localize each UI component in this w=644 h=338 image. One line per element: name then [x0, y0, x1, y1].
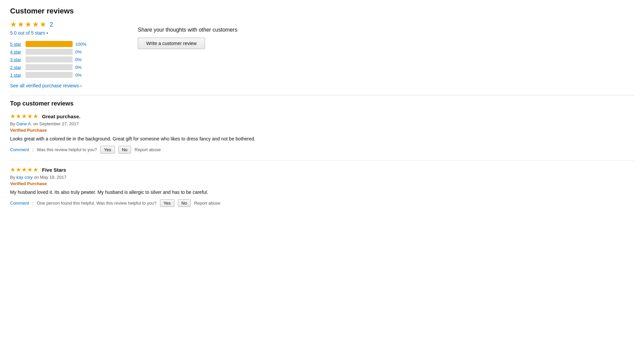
reviews-list: ★★★★★ Great purchase. By Dane A. on Sept…	[10, 113, 634, 207]
bar-pct-3: 0%	[75, 57, 87, 62]
helpful-no-button-0[interactable]: No	[118, 146, 131, 154]
review-body-1: My husband loved it. Its also truly pewt…	[10, 189, 634, 196]
report-abuse-link-1[interactable]: Report abuse	[194, 201, 220, 206]
star-label-2[interactable]: 2 star	[10, 65, 23, 70]
review-stars-0: ★★★★★	[10, 113, 39, 120]
star-label-3[interactable]: 3 star	[10, 57, 23, 62]
star-label-5[interactable]: 5 star	[10, 42, 23, 47]
comment-link-0[interactable]: Comment	[10, 147, 29, 152]
bar-pct-4: 0%	[75, 49, 87, 54]
bar-pct-2: 0%	[75, 65, 87, 70]
bar-bg-1	[26, 72, 73, 78]
report-abuse-link-0[interactable]: Report abuse	[134, 147, 161, 152]
avg-rating-text: 5.0 out of 5 stars	[10, 30, 45, 36]
avg-rating-dropdown-arrow: ▾	[46, 31, 48, 35]
rating-summary: ★★★★★ 2 5.0 out of 5 stars ▾ 5 star 100%…	[10, 20, 634, 88]
share-thoughts-panel: Share your thoughts with other customers…	[138, 20, 237, 49]
review-item-1: ★★★★★ Five Stars By kay cory on May 18, …	[10, 166, 634, 207]
review-title-1: Five Stars	[42, 167, 66, 173]
reviewer-name-1[interactable]: kay cory	[16, 175, 33, 180]
review-stars-title-1: ★★★★★ Five Stars	[10, 166, 634, 173]
verified-purchase-0: Verified Purchase	[10, 128, 634, 133]
review-count-link[interactable]: 2	[50, 21, 53, 28]
avg-rating-link[interactable]: 5.0 out of 5 stars ▾	[10, 30, 118, 36]
star-label-1[interactable]: 1 star	[10, 73, 23, 78]
bar-fill-5	[26, 41, 73, 47]
review-item-0: ★★★★★ Great purchase. By Dane A. on Sept…	[10, 113, 634, 154]
bar-bg-4	[26, 49, 73, 55]
star-breakdown: 5 star 100% 4 star 0% 3 star 0% 2 star 0…	[10, 41, 118, 78]
review-date-1: on May 18, 2017	[34, 175, 67, 180]
review-meta-0: By Dane A. on September 27, 2017	[10, 121, 634, 126]
top-reviews-title: Top customer reviews	[10, 95, 634, 107]
stars-count-row: ★★★★★ 2	[10, 20, 118, 29]
review-date-0: on September 27, 2017	[33, 121, 79, 126]
comment-link-1[interactable]: Comment	[10, 201, 29, 206]
helpful-no-button-1[interactable]: No	[178, 199, 191, 207]
review-title-0: Great purchase.	[42, 114, 80, 119]
share-thoughts-heading: Share your thoughts with other customers	[138, 27, 237, 33]
bar-pct-5: 100%	[75, 42, 87, 47]
helpful-yes-button-0[interactable]: Yes	[100, 146, 115, 154]
reviewer-name-0[interactable]: Dane A.	[16, 121, 32, 126]
bar-pct-1: 0%	[75, 73, 87, 78]
star-row-2: 2 star 0%	[10, 64, 118, 70]
left-rating-panel: ★★★★★ 2 5.0 out of 5 stars ▾ 5 star 100%…	[10, 20, 118, 88]
bar-bg-5	[26, 41, 73, 47]
overall-stars: ★★★★★	[10, 20, 47, 29]
divider-pipe-0: |	[32, 147, 33, 152]
star-label-4[interactable]: 4 star	[10, 49, 23, 54]
star-row-4: 4 star 0%	[10, 49, 118, 55]
see-verified-link[interactable]: See all verified purchase reviews ›	[10, 83, 82, 88]
divider-pipe-1: |	[32, 201, 33, 206]
review-meta-1: By kay cory on May 18, 2017	[10, 175, 634, 180]
bar-bg-3	[26, 56, 73, 62]
star-row-5: 5 star 100%	[10, 41, 118, 47]
star-row-3: 3 star 0%	[10, 56, 118, 62]
star-row-1: 1 star 0%	[10, 72, 118, 78]
review-actions-1: Comment | One person found this helpful.…	[10, 199, 634, 207]
page-title: Customer reviews	[10, 7, 634, 15]
review-stars-1: ★★★★★	[10, 166, 39, 173]
review-stars-title-0: ★★★★★ Great purchase.	[10, 113, 634, 120]
helpful-yes-button-1[interactable]: Yes	[160, 199, 174, 207]
helpful-text-0: Was this review helpful to you?	[37, 147, 97, 152]
review-actions-0: Comment | Was this review helpful to you…	[10, 146, 634, 154]
write-review-button[interactable]: Write a customer review	[138, 38, 205, 49]
review-body-0: Looks great with a colored tie in the ba…	[10, 135, 634, 142]
verified-purchase-1: Verified Purchase	[10, 181, 634, 186]
bar-bg-2	[26, 64, 73, 70]
review-divider-0	[10, 160, 634, 161]
helpful-text-1: One person found this helpful. Was this …	[37, 201, 157, 206]
